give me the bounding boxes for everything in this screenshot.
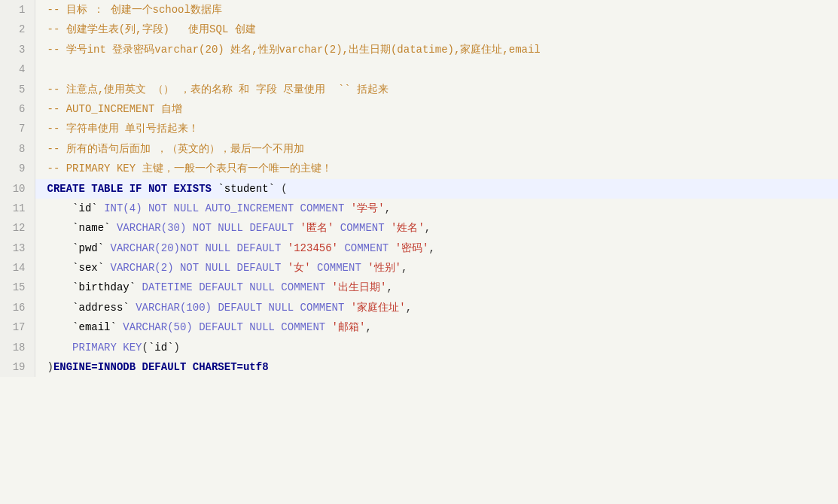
token-keyword: NOT NULL DEFAULT	[180, 242, 281, 254]
token-backtick: `birthday`	[72, 281, 136, 293]
token-string: '邮箱'	[332, 321, 366, 333]
token-comment: -- AUTO_INCREMENT 自增	[47, 103, 182, 115]
token-plain	[104, 262, 110, 274]
token-comment: -- PRIMARY KEY 主键，一般一个表只有一个唯一的主键！	[47, 162, 332, 175]
code-line: 10CREATE TABLE IF NOT EXISTS `student` (	[0, 179, 838, 199]
code-line: 19)ENGINE=INNODB DEFAULT CHARSET=utf8	[0, 357, 838, 377]
token-plain: ,	[406, 302, 412, 314]
token-type: VARCHAR(100)	[136, 302, 212, 314]
line-number: 1	[0, 0, 35, 20]
line-number: 3	[0, 40, 35, 59]
token-plain	[47, 302, 73, 314]
token-string: '家庭住址'	[351, 302, 406, 314]
token-plain	[130, 302, 136, 314]
token-keyword: COMMENT	[340, 222, 385, 234]
token-engine: ENGINE=INNODB DEFAULT CHARSET=utf8	[53, 361, 269, 373]
token-keyword: NOT NULL DEFAULT	[193, 222, 294, 234]
token-string: '姓名'	[391, 222, 425, 234]
line-content: `id` INT(4) NOT NULL AUTO_INCREMENT COMM…	[35, 199, 838, 218]
token-plain	[294, 222, 300, 234]
line-number: 2	[0, 20, 35, 39]
token-plain: )	[47, 361, 53, 373]
line-content: -- 学号int 登录密码varchar(20) 姓名,性别varchar(2)…	[35, 40, 838, 59]
line-number: 15	[0, 278, 35, 297]
code-line: 3-- 学号int 登录密码varchar(20) 姓名,性别varchar(2…	[0, 40, 838, 59]
line-number: 11	[0, 199, 35, 218]
token-plain	[47, 202, 73, 214]
token-plain	[136, 281, 142, 293]
token-plain	[281, 262, 287, 274]
token-string: '性别'	[367, 262, 401, 274]
token-plain	[325, 321, 331, 333]
token-comment: -- 学号int 登录密码varchar(20) 姓名,性别varchar(2)…	[47, 44, 541, 56]
token-type: INT(4)	[104, 202, 142, 214]
token-type: VARCHAR(50)	[123, 321, 192, 333]
token-plain	[281, 242, 287, 254]
token-plain: ,	[425, 222, 431, 234]
token-keyword: COMMENT	[317, 262, 361, 274]
token-string: '女'	[288, 262, 311, 274]
line-content: `name` VARCHAR(30) NOT NULL DEFAULT '匿名'…	[35, 218, 838, 238]
token-backtick: `id`	[148, 342, 174, 354]
token-backtick: `address`	[72, 302, 130, 314]
token-comment: -- 目标 ： 创建一个school数据库	[47, 4, 222, 16]
line-content: `pwd` VARCHAR(20)NOT NULL DEFAULT '12345…	[35, 238, 838, 258]
line-content: -- 字符串使用 单引号括起来！	[35, 119, 838, 138]
token-comment: -- 字符串使用 单引号括起来！	[47, 123, 200, 135]
token-plain	[47, 281, 73, 293]
token-plain	[361, 262, 367, 274]
line-content: -- 注意点,使用英文 （） ，表的名称 和 字段 尽量使用 `` 括起来	[35, 80, 838, 99]
token-type: VARCHAR(30)	[117, 222, 186, 234]
line-content: -- 目标 ： 创建一个school数据库	[35, 0, 838, 20]
line-content: -- 创建学生表(列,字段) 使用SQL 创建	[35, 20, 838, 39]
token-keyword: DEFAULT NULL COMMENT	[218, 302, 344, 314]
token-plain	[47, 321, 73, 333]
token-backtick: `sex`	[72, 262, 104, 274]
token-type: VARCHAR(20)	[111, 242, 180, 254]
token-plain: ,	[386, 281, 392, 293]
line-number: 12	[0, 218, 35, 238]
token-plain: (	[142, 342, 148, 354]
token-plain	[47, 262, 73, 274]
token-plain	[311, 262, 317, 274]
token-plain: )	[174, 342, 180, 354]
line-content: `birthday` DATETIME DEFAULT NULL COMMENT…	[35, 278, 838, 297]
line-content: `sex` VARCHAR(2) NOT NULL DEFAULT '女' CO…	[35, 258, 838, 278]
token-backtick: `name`	[72, 222, 110, 234]
token-plain	[142, 202, 148, 214]
line-content: -- PRIMARY KEY 主键，一般一个表只有一个唯一的主键！	[35, 159, 838, 178]
code-line: 15 `birthday` DATETIME DEFAULT NULL COMM…	[0, 278, 838, 297]
code-line: 16 `address` VARCHAR(100) DEFAULT NULL C…	[0, 298, 838, 317]
token-plain	[344, 202, 350, 214]
token-backtick: `student`	[218, 183, 275, 195]
line-number: 5	[0, 80, 35, 99]
code-line: 11 `id` INT(4) NOT NULL AUTO_INCREMENT C…	[0, 199, 838, 218]
token-plain	[325, 281, 331, 293]
code-line: 18 PRIMARY KEY(`id`)	[0, 338, 838, 357]
token-keyword: NOT NULL AUTO_INCREMENT COMMENT	[148, 202, 344, 214]
code-line: 6-- AUTO_INCREMENT 自增	[0, 99, 838, 119]
token-string: '密码'	[395, 242, 429, 254]
token-comment: -- 创建学生表(列,字段) 使用SQL 创建	[47, 23, 256, 35]
token-plain	[104, 242, 110, 254]
token-backtick: `id`	[72, 202, 98, 214]
token-plain	[98, 202, 104, 214]
token-type: DATETIME	[142, 281, 193, 293]
line-content: `email` VARCHAR(50) DEFAULT NULL COMMENT…	[35, 317, 838, 337]
token-plain: (	[275, 183, 288, 195]
code-line: 2-- 创建学生表(列,字段) 使用SQL 创建	[0, 20, 838, 39]
line-number: 18	[0, 338, 35, 357]
line-number: 4	[0, 59, 35, 79]
code-line: 13 `pwd` VARCHAR(20)NOT NULL DEFAULT '12…	[0, 238, 838, 258]
line-number: 10	[0, 179, 35, 199]
line-content: )ENGINE=INNODB DEFAULT CHARSET=utf8	[35, 357, 838, 377]
token-plain: ,	[365, 321, 371, 333]
token-keyword: DEFAULT NULL COMMENT	[199, 321, 325, 333]
token-string: '出生日期'	[332, 281, 387, 293]
line-number: 19	[0, 357, 35, 377]
token-plain	[389, 242, 395, 254]
token-backtick: `pwd`	[72, 242, 104, 254]
code-line: 7-- 字符串使用 单引号括起来！	[0, 119, 838, 138]
line-content: `address` VARCHAR(100) DEFAULT NULL COMM…	[35, 298, 838, 317]
code-editor: 1-- 目标 ： 创建一个school数据库2-- 创建学生表(列,字段) 使用…	[0, 0, 838, 504]
